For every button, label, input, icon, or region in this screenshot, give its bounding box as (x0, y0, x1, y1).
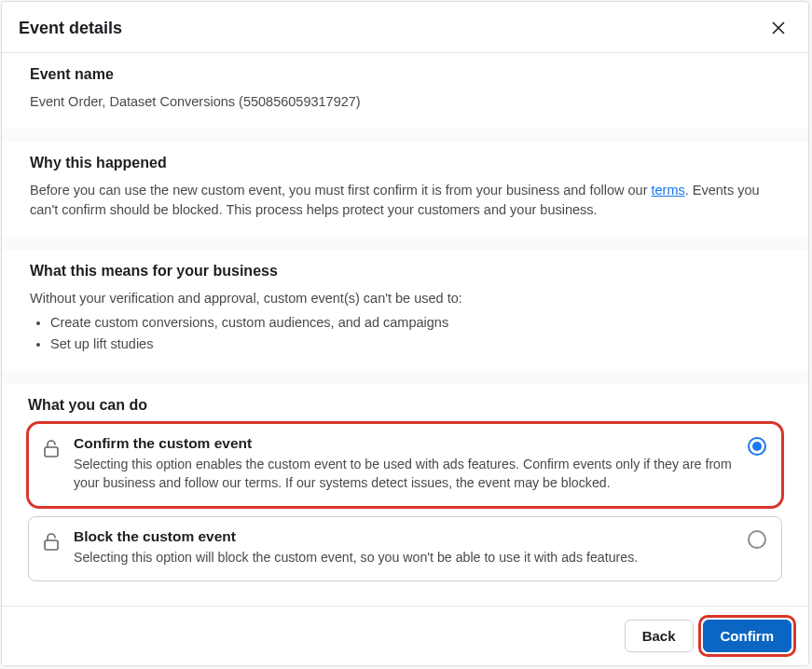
why-heading: Why this happened (30, 155, 780, 171)
option-confirm-title: Confirm the custom event (74, 435, 736, 452)
option-block-content: Block the custom event Selecting this op… (74, 528, 736, 567)
why-text: Before you can use the new custom event,… (30, 181, 780, 220)
close-button[interactable] (765, 15, 791, 41)
confirm-button[interactable]: Confirm (703, 620, 792, 652)
means-bullets: Create custom conversions, custom audien… (30, 312, 780, 354)
option-confirm-event[interactable]: Confirm the custom event Selecting this … (28, 423, 782, 507)
radio-confirm[interactable] (748, 437, 766, 456)
means-intro: Without your verification and approval, … (30, 289, 780, 308)
option-confirm-desc: Selecting this option enables the custom… (74, 456, 736, 493)
why-text-before: Before you can use the new custom event,… (30, 183, 652, 198)
means-bullet-1: Set up lift studies (50, 334, 780, 354)
event-name-value: Event Order, Dataset Conversions (550856… (30, 92, 780, 112)
option-block-desc: Selecting this option will block the cus… (74, 549, 736, 567)
modal-body: Event name Event Order, Dataset Conversi… (2, 53, 808, 606)
modal-header: Event details (2, 2, 808, 53)
why-happened-section: Why this happened Before you can use the… (2, 142, 808, 237)
terms-link[interactable]: terms (652, 183, 685, 198)
means-bullet-0: Create custom conversions, custom audien… (50, 312, 780, 333)
lock-open-icon (40, 437, 62, 459)
back-button[interactable]: Back (625, 620, 694, 652)
action-section: What you can do Confirm the custom event… (2, 384, 808, 606)
close-icon (771, 20, 786, 35)
action-heading: What you can do (28, 397, 782, 414)
event-name-section: Event name Event Order, Dataset Conversi… (2, 53, 808, 129)
means-section: What this means for your business Withou… (2, 250, 808, 371)
option-block-event[interactable]: Block the custom event Selecting this op… (28, 516, 782, 581)
lock-icon (40, 530, 62, 553)
svg-rect-0 (45, 447, 58, 457)
svg-rect-1 (45, 540, 58, 550)
modal-title: Event details (19, 19, 122, 38)
event-details-modal: Event details Event name Event Order, Da… (1, 1, 809, 666)
radio-block[interactable] (748, 530, 766, 549)
modal-footer: Back Confirm (2, 606, 808, 665)
option-block-title: Block the custom event (74, 528, 736, 545)
option-confirm-content: Confirm the custom event Selecting this … (74, 435, 736, 493)
event-name-heading: Event name (30, 66, 780, 83)
means-heading: What this means for your business (30, 263, 780, 280)
